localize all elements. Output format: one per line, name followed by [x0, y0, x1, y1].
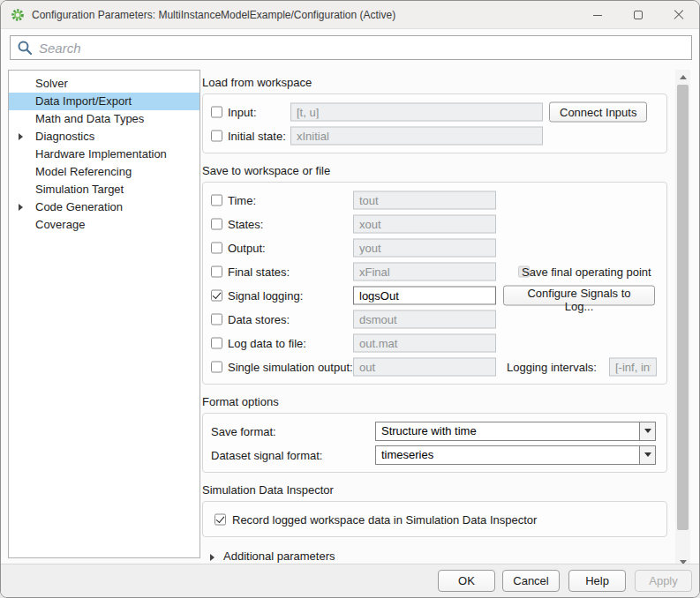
- log-data-to-file-checkbox[interactable]: [211, 337, 222, 348]
- sidebar-item-code-generation[interactable]: Code Generation: [9, 198, 199, 216]
- states-row: States:: [203, 212, 666, 235]
- logging-intervals-label: Logging intervals:: [507, 360, 597, 373]
- signal-logging-row: Signal logging: Configure Signals to Log…: [203, 283, 666, 307]
- time-checkbox[interactable]: [211, 194, 222, 206]
- sidebar-item-label: Data Import/Export: [35, 94, 132, 108]
- save-format-dropdown[interactable]: Structure with time: [375, 422, 656, 441]
- log-data-to-file-label: Log data to file:: [228, 336, 306, 349]
- dropdown-arrow-button[interactable]: [639, 446, 655, 464]
- help-button[interactable]: Help: [568, 570, 626, 592]
- window-controls: [577, 1, 699, 29]
- vertical-scrollbar[interactable]: [675, 70, 690, 569]
- load-from-workspace-group: Input: Connect Inputs Initial state:: [202, 93, 667, 153]
- maximize-button[interactable]: [618, 1, 659, 29]
- data-stores-label: Data stores:: [228, 312, 290, 325]
- data-stores-checkbox[interactable]: [211, 313, 222, 325]
- search-input[interactable]: [10, 35, 692, 60]
- states-field: [353, 214, 496, 233]
- dataset-signal-format-row: Dataset signal format: timeseries: [203, 443, 666, 467]
- record-logged-checkbox[interactable]: [215, 513, 226, 525]
- signal-logging-checkbox[interactable]: [211, 289, 222, 301]
- sidebar-item-label: Solver: [35, 77, 68, 90]
- close-button[interactable]: [659, 1, 699, 29]
- cancel-button[interactable]: Cancel: [502, 570, 560, 592]
- initial-state-checkbox[interactable]: [211, 130, 222, 141]
- output-label: Output:: [228, 241, 266, 254]
- signal-logging-label: Signal logging:: [228, 288, 303, 302]
- dataset-signal-format-label: Dataset signal format:: [211, 448, 322, 461]
- simulink-gear-icon: [11, 8, 25, 22]
- single-simulation-output-row: Single simulation output: Logging interv…: [203, 355, 666, 378]
- logging-intervals-field: [609, 357, 657, 376]
- search-bar: [10, 35, 692, 60]
- sidebar-item-label: Model Referencing: [35, 165, 132, 178]
- input-checkbox[interactable]: [211, 106, 222, 117]
- connect-inputs-button[interactable]: Connect Inputs: [549, 101, 647, 122]
- sidebar-item-coverage[interactable]: Coverage: [9, 216, 199, 234]
- sidebar-item-label: Diagnostics: [35, 130, 94, 143]
- dataset-signal-format-dropdown[interactable]: timeseries: [375, 445, 656, 465]
- sidebar-item-data-import-export[interactable]: Data Import/Export: [9, 93, 199, 110]
- states-checkbox[interactable]: [211, 218, 222, 229]
- output-checkbox[interactable]: [211, 242, 222, 253]
- close-icon: [674, 10, 684, 20]
- minimize-icon: [593, 15, 602, 16]
- chevron-up-icon: [680, 75, 687, 79]
- dataset-signal-format-value: timeseries: [376, 446, 639, 464]
- time-row: Time:: [203, 188, 666, 212]
- sidebar-item-label: Coverage: [35, 218, 85, 231]
- initial-state-label: Initial state:: [228, 129, 286, 142]
- input-row: Input: Connect Inputs: [203, 100, 666, 123]
- final-states-field: [353, 262, 496, 280]
- save-to-workspace-title: Save to workspace or file: [202, 164, 667, 177]
- configuration-parameters-dialog: Configuration Parameters: MultiInstanceM…: [0, 0, 700, 598]
- sidebar-item-hardware-implementation[interactable]: Hardware Implementation: [9, 146, 199, 163]
- time-label: Time:: [228, 193, 256, 206]
- single-simulation-output-label: Single simulation output:: [228, 360, 353, 373]
- chevron-down-icon: [644, 452, 651, 457]
- search-icon: [17, 40, 33, 58]
- sidebar-item-math-and-data-types[interactable]: Math and Data Types: [9, 110, 199, 128]
- sidebar-item-label: Hardware Implementation: [35, 147, 167, 161]
- single-simulation-output-checkbox[interactable]: [211, 361, 222, 372]
- format-options-group: Save format: Structure with time Dataset…: [202, 413, 667, 473]
- final-states-row: Final states: Save final operating point: [203, 259, 666, 283]
- scroll-up-button[interactable]: [675, 70, 690, 84]
- log-data-to-file-row: Log data to file:: [203, 331, 666, 355]
- sidebar-item-label: Code Generation: [35, 200, 123, 213]
- configure-signals-to-log-button[interactable]: Configure Signals to Log...: [503, 285, 655, 305]
- states-label: States:: [228, 217, 263, 230]
- simulation-data-inspector-group: Record logged workspace data in Simulati…: [202, 501, 667, 537]
- sidebar-item-model-referencing[interactable]: Model Referencing: [9, 163, 199, 181]
- initial-state-field: [290, 126, 543, 145]
- signal-logging-field[interactable]: [353, 286, 496, 304]
- sidebar-item-simulation-target[interactable]: Simulation Target: [9, 181, 199, 198]
- input-field: [290, 102, 543, 121]
- initial-state-row: Initial state:: [203, 123, 666, 147]
- record-logged-label: Record logged workspace data in Simulati…: [232, 512, 537, 526]
- minimize-button[interactable]: [577, 1, 618, 29]
- final-states-checkbox[interactable]: [211, 265, 222, 277]
- save-format-value: Structure with time: [376, 422, 639, 440]
- ok-button[interactable]: OK: [438, 570, 495, 592]
- sidebar-item-label: Math and Data Types: [35, 112, 144, 125]
- expand-arrow-icon[interactable]: [19, 133, 23, 140]
- maximize-icon: [634, 11, 643, 19]
- log-data-to-file-field: [353, 333, 496, 352]
- dialog-footer: OK Cancel Help Apply: [1, 564, 699, 597]
- dropdown-arrow-button[interactable]: [639, 422, 655, 440]
- expand-arrow-icon[interactable]: [19, 204, 23, 211]
- chevron-down-icon: [644, 429, 651, 433]
- save-to-workspace-group: Time: States: Output: Final states: Save…: [202, 182, 667, 385]
- load-from-workspace-title: Load from workspace: [202, 76, 667, 89]
- sidebar-item-solver[interactable]: Solver: [9, 75, 199, 93]
- scrollbar-thumb[interactable]: [677, 85, 689, 530]
- apply-button: Apply: [635, 570, 692, 592]
- time-field: [353, 191, 496, 209]
- sidebar-item-diagnostics[interactable]: Diagnostics: [9, 128, 199, 146]
- output-field: [353, 238, 496, 257]
- window-title: Configuration Parameters: MultiInstanceM…: [32, 9, 395, 21]
- input-label: Input:: [228, 105, 257, 118]
- final-states-label: Final states:: [228, 265, 290, 278]
- output-row: Output:: [203, 235, 666, 259]
